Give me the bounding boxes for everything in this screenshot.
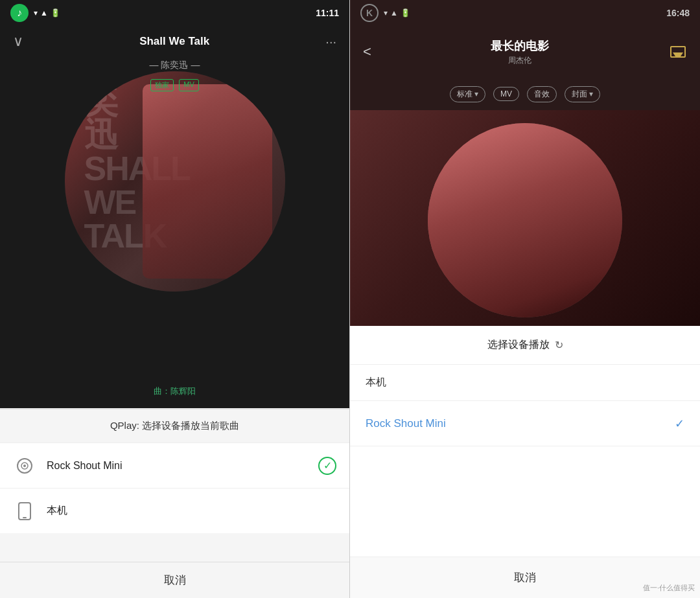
mv-control[interactable]: MV (493, 87, 519, 101)
left-status-bar: ♪ ▾ ▲ 🔋 11:11 (0, 0, 349, 26)
left-device-name-rock: Rock Shout Mini (47, 460, 318, 472)
right-battery-icon: 🔋 (401, 8, 410, 17)
right-panel-header: 选择设备播放 ↻ (350, 326, 700, 365)
right-status-bar: K ▾ ▲ 🔋 16:48 (350, 0, 700, 26)
refresh-button[interactable]: ↻ (555, 339, 563, 351)
watermark: 值一·什么值得买 (643, 583, 695, 593)
mv-tag: MV (179, 79, 199, 91)
right-panel-title: 选择设备播放 (487, 338, 550, 352)
right-controls-bar: 标准 ▾ MV 音效 封面 ▾ (350, 78, 700, 110)
right-device-rock-name: Rock Shout Mini (366, 417, 675, 430)
battery-icon: 🔋 (51, 8, 60, 17)
qplay-header-text: QPlay: 选择设备播放当前歌曲 (110, 420, 239, 432)
left-song-tags: 独家 MV (0, 74, 349, 97)
left-song-title: Shall We Talk (139, 35, 209, 47)
right-app-logo: K (360, 4, 379, 22)
right-album-art (428, 123, 622, 317)
left-status-time: 11:11 (316, 8, 339, 18)
left-app-logo: ♪ (10, 4, 29, 22)
right-song-title: 最长的电影 (491, 40, 549, 52)
right-device-item-rock[interactable]: Rock Shout Mini ✓ (350, 401, 700, 446)
left-nav-bar: ∨ Shall We Talk ··· (0, 26, 349, 57)
exclusive-tag: 独家 (150, 79, 174, 91)
left-nav-title: Shall We Talk (23, 35, 325, 48)
cover-control[interactable]: 封面 ▾ (565, 86, 600, 102)
left-phone: ♪ ▾ ▲ 🔋 11:11 ∨ Shall We Talk ··· — 陈奕迅 … (0, 0, 350, 598)
right-back-button[interactable]: < (363, 43, 371, 60)
left-device-check-icon: ✓ (318, 457, 336, 475)
right-local-section: 本机 (350, 365, 700, 401)
cover-arrow: ▾ (589, 89, 593, 98)
cast-icon (670, 46, 686, 58)
right-wifi-icon: ▾ (384, 8, 388, 17)
left-status-icons: ▾ ▲ 🔋 (34, 8, 60, 17)
right-phone: K ▾ ▲ 🔋 16:48 < 最长的电影 周杰伦 标准 ▾ MV 音效 封面 … (350, 0, 700, 598)
right-status-icons: ▾ ▲ 🔋 (384, 8, 410, 17)
album-figure (143, 84, 272, 279)
wifi-icon: ▾ (34, 8, 38, 17)
left-device-item-rock-shout[interactable]: Rock Shout Mini ✓ (0, 443, 349, 488)
right-album-area (350, 110, 700, 350)
left-nav-down-button[interactable]: ∨ (13, 33, 23, 50)
right-device-check-icon: ✓ (675, 417, 684, 431)
left-device-list: Rock Shout Mini ✓ 本机 (0, 443, 349, 533)
right-nav-title: 最长的电影 周杰伦 (371, 38, 669, 66)
cast-button[interactable] (669, 45, 687, 59)
quality-arrow: ▾ (474, 89, 478, 98)
quality-control[interactable]: 标准 ▾ (450, 86, 485, 102)
right-device-panel: 选择设备播放 ↻ 本机 Rock Shout Mini ✓ 取消 (350, 326, 700, 598)
right-nav-bar: < 最长的电影 周杰伦 (350, 26, 700, 78)
sound-control[interactable]: 音效 (527, 86, 557, 102)
svg-rect-4 (23, 517, 27, 518)
left-credits: 曲：陈辉阳 (0, 385, 349, 397)
qplay-header: QPlay: 选择设备播放当前歌曲 (0, 409, 349, 443)
left-album-art: 陈奕迅SHALLWETALK (65, 71, 285, 292)
right-artist-sub: 周杰伦 (371, 55, 669, 66)
right-signal-icon: ▲ (390, 8, 398, 17)
phone-icon (13, 500, 36, 523)
right-local-label: 本机 (366, 376, 386, 389)
left-device-name-local: 本机 (47, 504, 336, 518)
left-artist-name: — 陈奕迅 — (0, 57, 349, 74)
left-cancel-button[interactable]: 取消 (0, 562, 349, 598)
right-status-time: 16:48 (666, 8, 690, 18)
left-device-item-local[interactable]: 本机 (0, 488, 349, 533)
svg-point-2 (23, 465, 26, 467)
left-nav-more-button[interactable]: ··· (325, 34, 336, 49)
signal-icon: ▲ (40, 8, 48, 17)
speaker-icon (13, 454, 36, 477)
